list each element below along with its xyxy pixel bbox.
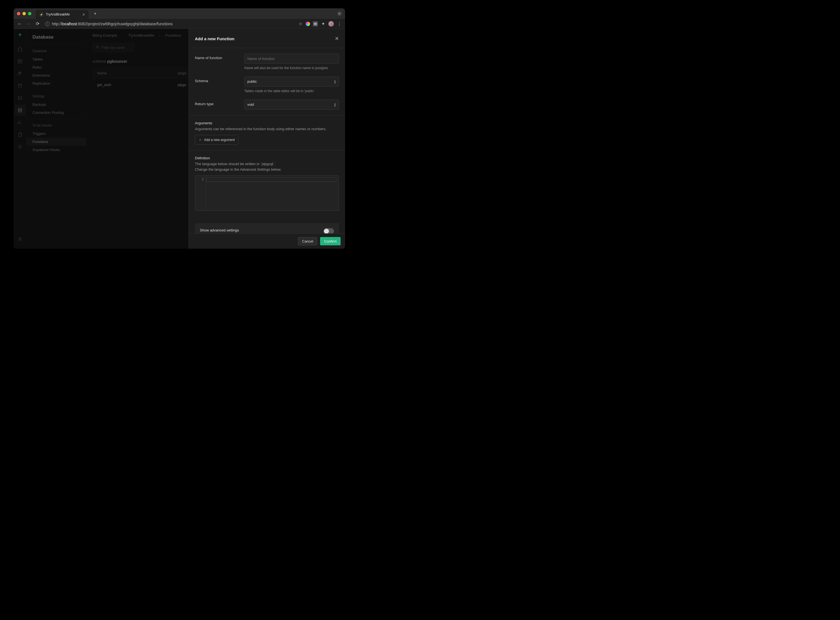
schema-select[interactable]: public ▴▾: [244, 77, 339, 87]
svg-point-4: [18, 108, 21, 110]
rail-database-icon[interactable]: [14, 105, 26, 116]
app-content: Database Database Tables Roles Extension…: [14, 29, 345, 249]
reload-button[interactable]: ⟳: [33, 20, 41, 28]
sidebar-item-roles[interactable]: Roles: [26, 63, 86, 71]
sidebar: Database Database Tables Roles Extension…: [26, 29, 86, 249]
advanced-settings-box: Show advanced settings: [195, 223, 339, 233]
rail-home-icon[interactable]: [14, 44, 26, 55]
browser-tab[interactable]: ⚡ TryAndBreakMe ✕: [36, 10, 89, 19]
window-controls: [17, 12, 32, 15]
kebab-menu-icon[interactable]: ⋮: [337, 21, 342, 26]
panel-title: Add a new Function: [195, 36, 235, 41]
svg-rect-3: [18, 96, 22, 99]
cancel-button[interactable]: Cancel: [298, 237, 317, 245]
svg-point-6: [19, 238, 21, 239]
forward-button[interactable]: →: [25, 20, 33, 28]
svg-point-2: [20, 72, 21, 73]
toggle-knob: [324, 229, 329, 233]
filter-input[interactable]: Filter by name: [92, 43, 134, 52]
minimize-window-button[interactable]: [23, 12, 26, 15]
name-label: Name of function: [195, 54, 239, 60]
back-button[interactable]: ←: [16, 20, 24, 28]
sidebar-section-settings: Settings: [26, 92, 86, 101]
svg-point-7: [96, 46, 98, 48]
sidebar-title: Database: [26, 29, 86, 44]
confirm-button[interactable]: Confirm: [320, 237, 340, 245]
breadcrumb-project[interactable]: TryAndBreakMe: [128, 33, 154, 38]
bolt-icon: ⚡: [39, 12, 44, 17]
editor-current-line-highlight: [206, 178, 336, 182]
arguments-label: Arguments: [195, 121, 339, 125]
maximize-window-button[interactable]: [28, 12, 32, 15]
browser-window: ⚡ TryAndBreakMe ✕ + ▾ ← → ⟳ i http://loc…: [14, 8, 345, 249]
close-panel-button[interactable]: ✕: [335, 36, 339, 42]
panel-body: Name of function Name will also be used …: [189, 48, 345, 233]
extension-m-icon[interactable]: M: [313, 21, 318, 26]
rail-table-icon[interactable]: [14, 56, 26, 67]
chevron-right-icon: ›: [160, 33, 160, 38]
breadcrumb-page: Functions: [166, 33, 181, 38]
rail-auth-icon[interactable]: [14, 68, 26, 79]
new-tab-button[interactable]: +: [92, 11, 99, 16]
url-bar: ← → ⟳ i http://localhost:8082/project/zw…: [14, 19, 345, 29]
rail-storage-icon[interactable]: [14, 80, 26, 91]
sidebar-item-backups[interactable]: Backups: [26, 101, 86, 108]
sidebar-section-database: Database: [26, 47, 86, 55]
arguments-desc: Arguments can be referenced in the funct…: [195, 126, 339, 132]
name-input[interactable]: [244, 54, 339, 63]
supabase-logo-icon[interactable]: [18, 32, 23, 39]
extension-rainbow-icon[interactable]: [306, 22, 310, 26]
sidebar-item-triggers[interactable]: Triggers: [26, 129, 86, 138]
star-icon[interactable]: ☆: [298, 21, 303, 26]
breadcrumb-org[interactable]: Billing Example: [92, 33, 117, 38]
advanced-settings-label: Show advanced settings: [200, 228, 239, 232]
schema-label: Schema: [195, 77, 239, 83]
info-icon: i: [45, 22, 50, 26]
add-argument-button[interactable]: ＋ Add a new argument: [195, 135, 238, 144]
rail-reports-icon[interactable]: [14, 117, 26, 128]
rail-settings-icon[interactable]: [14, 141, 26, 152]
rail-docs-icon[interactable]: [14, 129, 26, 140]
close-window-button[interactable]: [17, 12, 20, 15]
svg-point-5: [19, 146, 21, 147]
sidebar-item-tables[interactable]: Tables: [26, 55, 86, 63]
filter-placeholder: Filter by name: [102, 45, 124, 50]
sidebar-item-connection-pooling[interactable]: Connection Pooling: [26, 108, 86, 117]
schema-value: public: [247, 79, 257, 84]
svg-point-1: [19, 72, 20, 73]
definition-label: Definition: [195, 156, 339, 160]
return-type-value: void: [247, 102, 254, 107]
profile-avatar[interactable]: [328, 21, 334, 27]
close-tab-button[interactable]: ✕: [82, 12, 85, 17]
sidebar-section-to-be-moved: To be moved: [26, 121, 86, 129]
chevron-updown-icon: ▴▾: [334, 79, 336, 84]
schema-hint: Tables made in the table editor will be …: [244, 89, 339, 93]
sidebar-item-functions[interactable]: Functions: [26, 138, 86, 146]
sidebar-item-replication[interactable]: Replication: [26, 79, 86, 87]
address-bar[interactable]: i http://localhost:8082/project/zwfdhgcj…: [42, 20, 297, 28]
table-cell-name: get_auth: [93, 79, 173, 91]
url-text: http://localhost:8082/project/zwfdhgcjch…: [52, 22, 173, 26]
extensions-icon[interactable]: ✦: [321, 21, 326, 26]
tab-bar: ⚡ TryAndBreakMe ✕ + ▾: [14, 8, 345, 19]
advanced-settings-toggle[interactable]: [324, 228, 334, 233]
editor-code-area[interactable]: [206, 176, 339, 211]
definition-desc: The language below should be written in …: [195, 161, 339, 172]
sidebar-item-extensions[interactable]: Extensions: [26, 71, 86, 79]
plus-icon: ＋: [199, 137, 202, 142]
add-argument-label: Add a new argument: [204, 138, 235, 142]
sidebar-item-supabase-hooks[interactable]: Supabase Hooks: [26, 146, 86, 154]
table-head-name: Name: [93, 68, 173, 78]
panel-footer: Cancel Confirm: [189, 233, 345, 249]
search-icon: [95, 45, 99, 50]
rail-sql-icon[interactable]: [14, 92, 26, 104]
return-type-label: Return type: [195, 99, 239, 106]
code-editor[interactable]: 1: [195, 175, 339, 211]
side-panel: Add a new Function ✕ Name of function Na…: [188, 29, 345, 249]
tabs-dropdown-button[interactable]: ▾: [337, 11, 342, 16]
return-type-select[interactable]: void ▴▾: [244, 99, 339, 110]
chevron-right-icon: ›: [122, 33, 123, 38]
editor-gutter: 1: [195, 176, 206, 211]
rail-user-icon[interactable]: [14, 234, 26, 245]
name-hint: Name will also be used for the function …: [244, 66, 339, 71]
